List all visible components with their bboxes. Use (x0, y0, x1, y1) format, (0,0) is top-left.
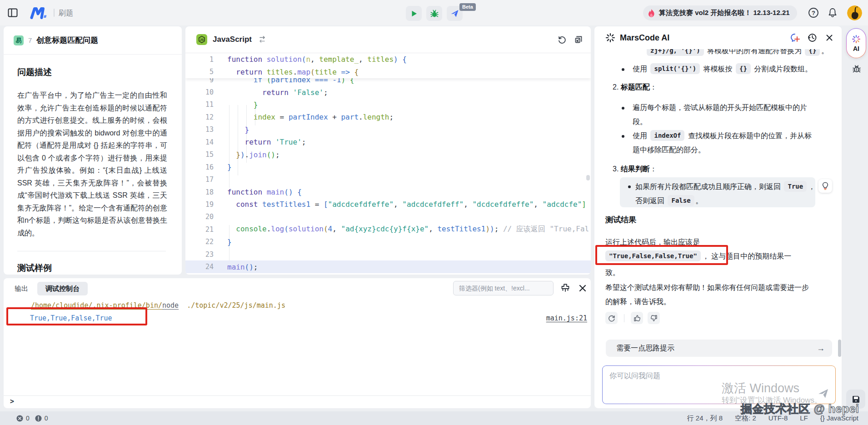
code-line-12[interactable]: 12 index = partIndex + part.length; (185, 111, 591, 123)
run-button[interactable] (406, 6, 422, 21)
new-chat-icon[interactable] (790, 33, 800, 43)
debug-button[interactable] (426, 6, 442, 21)
code-line-21[interactable]: 21 console.log(solution(4, "ad{xyz}cdc{y… (185, 223, 591, 235)
console-panel: 输出 调试控制台 /home/cloudide/.nix-profile/bin… (4, 278, 591, 408)
ai-text: ， 这与题目中的预期结果一 (702, 252, 791, 260)
code-line-15[interactable]: 15 }).join(); (185, 149, 591, 161)
ai-bullet-iterate: 遍历每个标题，尝试从标题的开头开始匹配模板中的片段。 (633, 100, 807, 129)
line-number: 11 (185, 100, 214, 109)
code-line-23[interactable]: 23 (185, 248, 591, 260)
problems-summary[interactable]: 0 0 (16, 415, 48, 422)
beta-badge: Beta (459, 3, 476, 11)
code-text: return titles.map(title => { (214, 68, 359, 76)
code-line-16[interactable]: 16} (185, 161, 591, 173)
editor-panel: JS JavaScript 1function solution(n, temp… (185, 26, 591, 275)
console-filter-input[interactable] (453, 281, 554, 295)
ai-result-chip-line: "True,False,False,True"， 这与题目中的预期结果一 (605, 249, 791, 263)
ai-list-item-2: 2. 标题匹配： (613, 80, 657, 94)
console-path-link[interactable]: /home/cloudide/.nix-profile/bin/ (31, 301, 162, 310)
help-icon[interactable]: ? (808, 7, 819, 18)
regenerate-button[interactable] (605, 312, 618, 324)
code-editor[interactable]: 1function solution(n, template_, titles)… (185, 53, 591, 275)
code-chip-expected-output: "True,False,False,True" (605, 250, 701, 261)
code-line-22[interactable]: 22} (185, 236, 591, 248)
fire-icon (648, 9, 655, 18)
console-source-link[interactable]: main.js:21 (546, 312, 587, 325)
code-line-14[interactable]: 14 return 'True'; (185, 136, 591, 148)
switch-language-icon[interactable] (258, 36, 266, 43)
line-number: 1 (185, 55, 214, 64)
ai-text: 运行上述代码后，输出应该是 (605, 238, 700, 246)
code-line-5[interactable]: 5 return titles.map(title => { (185, 65, 591, 78)
code-line-24[interactable]: 24main(); (185, 260, 591, 273)
line-number: 15 (185, 150, 214, 159)
line-number: 21 (185, 225, 214, 234)
tab-output[interactable]: 输出 (15, 285, 28, 293)
marscode-logo[interactable] (30, 7, 48, 19)
sidebar-toggle-icon[interactable] (8, 8, 18, 18)
ai-text: 遍历每个标题，尝试从标题的开头开始匹配模板中的片 (633, 104, 807, 111)
clear-console-icon[interactable] (560, 283, 571, 294)
thumbs-down-icon (650, 315, 658, 322)
reset-code-icon[interactable] (557, 35, 567, 45)
editor-header: JS JavaScript (185, 26, 591, 53)
code-line-13[interactable]: 13 } (185, 124, 591, 136)
thumbs-up-button[interactable] (631, 312, 643, 324)
ai-header-actions (790, 33, 834, 43)
ai-result-paragraph: 运行上述代码后，输出应该是 (605, 235, 700, 249)
contest-banner-text: 算法竞技赛 vol2 开始报名啦！ 12.13-12.21 (659, 9, 790, 17)
regenerate-icon (608, 315, 615, 322)
code-text: return 'False'; (214, 88, 328, 97)
ai-message-area: zj+}/g, '{}') 将模板中的所有通配符替换为 {}。 使用 split… (594, 49, 842, 335)
topbar-divider (54, 9, 55, 17)
close-console-icon[interactable] (577, 283, 588, 294)
ai-text: 否则返回 (635, 197, 666, 205)
editor-actions (557, 35, 584, 45)
thumbs-down-button[interactable] (648, 312, 660, 324)
code-chip: {} (736, 63, 751, 74)
code-line-17[interactable]: 17 (185, 173, 591, 185)
ai-text: 查找模板片段在标题中的位置，并从标 (686, 132, 811, 140)
contest-banner[interactable]: 算法竞技赛 vol2 开始报名啦！ 12.13-12.21 (643, 5, 797, 20)
tab-debug-console[interactable]: 调试控制台 (37, 282, 88, 295)
ai-list-item-3: 3. 结果判断： (613, 162, 657, 176)
hint-action-button[interactable] (818, 179, 832, 193)
ai-scrollbar[interactable] (838, 340, 841, 357)
paper-plane-icon (450, 9, 459, 18)
code-line-11[interactable]: 11 } (185, 99, 591, 111)
problem-body: 问题描述 在广告平台中，为了给广告主一定的自由性和效率，允许广告主在创造标题的时… (4, 55, 182, 274)
ai-dock-button[interactable]: AI (846, 28, 866, 58)
ai-result-tail: 致。 (605, 265, 620, 280)
code-line-1[interactable]: 1function solution(n, template_, titles)… (185, 53, 591, 65)
code-text: return 'True'; (214, 138, 306, 146)
language-tab[interactable]: JavaScript (213, 35, 252, 44)
suggestion-chip[interactable]: 需要一点思路提示 → (606, 340, 832, 357)
code-text: const testTitles1 = ["adcdcefdfeffe", "a… (214, 200, 586, 209)
marscode-ai-logo-icon (605, 33, 615, 43)
code-text: index = partIndex + part.length; (214, 113, 394, 121)
close-ai-panel-icon[interactable] (824, 33, 834, 43)
ai-text: 将模板按 (701, 65, 734, 73)
ai-cut-line: zj+}/g, '{}') 将模板中的所有通配符替换为 {}。 (645, 49, 828, 58)
console-path-node[interactable]: node (162, 301, 179, 310)
code-line-18[interactable]: 18function main() { (185, 186, 591, 198)
debug-dock-icon[interactable] (851, 64, 862, 75)
code-chip: {} (805, 49, 820, 56)
line-number: 10 (185, 88, 214, 96)
ai-text: 。 (696, 197, 703, 205)
bell-icon[interactable] (827, 7, 838, 18)
ai-text: 的解释，请告诉我。 (605, 298, 671, 305)
console-prompt-row[interactable]: > (4, 395, 591, 408)
code-line-19[interactable]: 19 const testTitles1 = ["adcdcefdfeffe",… (185, 198, 591, 210)
avatar[interactable] (847, 5, 862, 20)
code-line-20[interactable]: 20 (185, 211, 591, 223)
code-lines: 9 if (partIndex === -1) {10 return 'Fals… (185, 74, 591, 273)
arrow-right-icon: → (817, 344, 825, 353)
code-line-10[interactable]: 10 return 'False'; (185, 86, 591, 98)
history-icon[interactable] (807, 33, 817, 43)
code-text: function main() { (214, 188, 302, 196)
cursor-position[interactable]: 行 24，列 8 (687, 414, 723, 423)
windows-activate-watermark: 激活 Windows (722, 380, 799, 396)
open-in-panel-icon[interactable] (574, 35, 584, 45)
bug-icon (430, 10, 439, 18)
